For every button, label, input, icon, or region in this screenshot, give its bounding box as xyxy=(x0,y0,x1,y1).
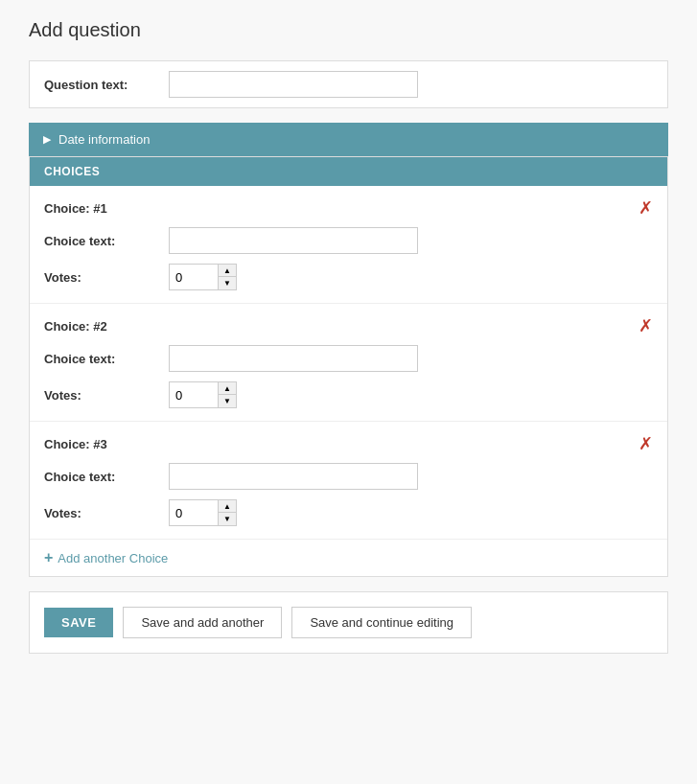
choice-2-text-row: Choice text: xyxy=(30,340,667,377)
choice-2-delete-icon[interactable]: ✗ xyxy=(639,317,653,334)
choice-2-text-label: Choice text: xyxy=(44,352,169,366)
choice-1-votes-row: Votes: ▲ ▼ xyxy=(30,259,667,295)
choice-1-title-row: Choice: #1 ✗ xyxy=(30,194,667,222)
save-continue-editing-button[interactable]: Save and continue editing xyxy=(291,607,472,638)
choice-2-spinner: ▲ ▼ xyxy=(219,381,237,408)
choice-3-spinner: ▲ ▼ xyxy=(219,499,237,526)
question-text-input[interactable] xyxy=(169,71,418,98)
choice-3-votes-label: Votes: xyxy=(44,506,169,520)
choice-block-3: Choice: #3 ✗ Choice text: Votes: ▲ ▼ xyxy=(30,422,667,540)
choice-block-2: Choice: #2 ✗ Choice text: Votes: ▲ ▼ xyxy=(30,304,667,422)
choice-1-text-label: Choice text: xyxy=(44,234,169,248)
choices-header: CHOICES xyxy=(30,157,667,186)
choice-2-title: Choice: #2 xyxy=(44,319,107,334)
choice-3-votes-input[interactable] xyxy=(169,499,219,526)
choice-3-title-row: Choice: #3 ✗ xyxy=(30,429,667,458)
question-text-row: Question text: xyxy=(30,61,667,107)
choice-3-votes-up[interactable]: ▲ xyxy=(219,500,236,513)
save-button[interactable]: SAVE xyxy=(44,608,113,637)
choice-2-votes-wrapper: ▲ ▼ xyxy=(169,381,237,408)
choice-1-title: Choice: #1 xyxy=(44,201,107,216)
date-info-label: Date information xyxy=(58,132,150,147)
choice-2-votes-down[interactable]: ▼ xyxy=(219,395,236,407)
choice-3-votes-row: Votes: ▲ ▼ xyxy=(30,495,667,531)
question-text-label: Question text: xyxy=(44,78,169,92)
choice-3-title: Choice: #3 xyxy=(44,437,107,451)
choice-block-1: Choice: #1 ✗ Choice text: Votes: ▲ ▼ xyxy=(30,186,667,304)
choice-1-votes-down[interactable]: ▼ xyxy=(219,277,236,289)
add-choice-row: + Add another Choice xyxy=(30,540,667,576)
choice-2-votes-input[interactable] xyxy=(169,381,219,408)
choice-2-title-row: Choice: #2 ✗ xyxy=(30,311,667,340)
choices-container: CHOICES Choice: #1 ✗ Choice text: Votes:… xyxy=(29,156,668,577)
date-info-arrow: ▶ xyxy=(43,133,51,146)
page-container: Add question Question text: ▶ Date infor… xyxy=(0,0,697,673)
choice-3-text-input[interactable] xyxy=(169,463,418,490)
add-choice-link[interactable]: + Add another Choice xyxy=(44,549,168,566)
choice-3-delete-icon[interactable]: ✗ xyxy=(639,435,653,452)
question-section: Question text: xyxy=(29,60,668,108)
add-choice-icon: + xyxy=(44,549,53,566)
choice-3-votes-wrapper: ▲ ▼ xyxy=(169,499,237,526)
choice-2-votes-up[interactable]: ▲ xyxy=(219,382,236,395)
choice-1-votes-up[interactable]: ▲ xyxy=(219,265,236,277)
choice-3-votes-down[interactable]: ▼ xyxy=(219,513,236,525)
choice-1-votes-input[interactable] xyxy=(169,264,219,290)
choice-2-votes-row: Votes: ▲ ▼ xyxy=(30,377,667,413)
choice-2-votes-label: Votes: xyxy=(44,388,169,403)
choice-1-votes-wrapper: ▲ ▼ xyxy=(169,264,237,290)
choice-2-text-input[interactable] xyxy=(169,345,418,372)
page-title: Add question xyxy=(29,19,668,41)
choice-1-votes-label: Votes: xyxy=(44,270,169,285)
save-add-another-button[interactable]: Save and add another xyxy=(123,607,282,638)
date-info-section[interactable]: ▶ Date information xyxy=(29,123,668,156)
choice-1-spinner: ▲ ▼ xyxy=(219,264,237,290)
choice-3-text-label: Choice text: xyxy=(44,470,169,484)
choice-3-text-row: Choice text: xyxy=(30,458,667,495)
choice-1-delete-icon[interactable]: ✗ xyxy=(639,199,653,217)
add-choice-label: Add another Choice xyxy=(58,551,168,565)
buttons-section: SAVE Save and add another Save and conti… xyxy=(29,591,668,654)
choice-1-text-input[interactable] xyxy=(169,227,418,254)
choice-1-text-row: Choice text: xyxy=(30,222,667,259)
